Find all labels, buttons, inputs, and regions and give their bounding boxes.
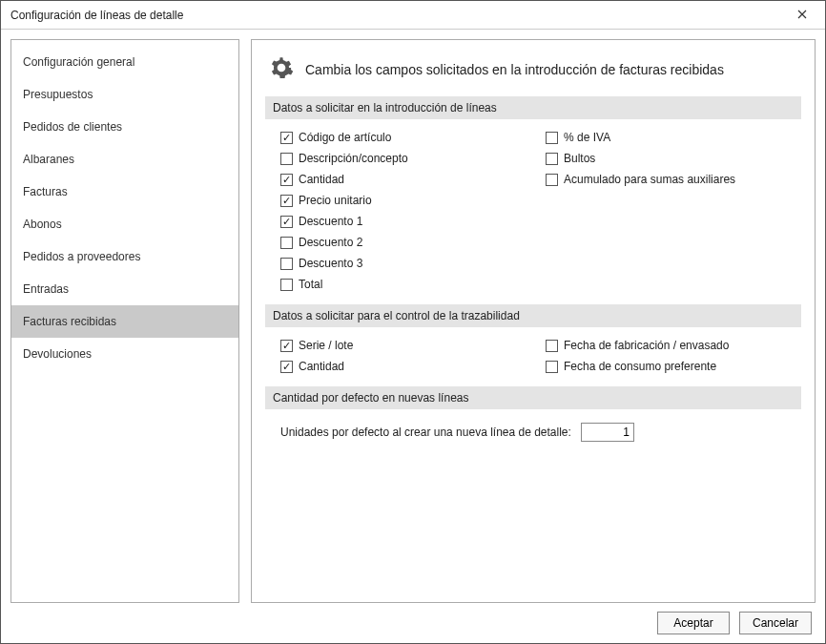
sidebar-item[interactable]: Devoluciones xyxy=(11,338,238,370)
checkbox[interactable] xyxy=(280,361,293,373)
checkbox-label: Serie / lote xyxy=(299,337,353,354)
checkbox-label: Descuento 3 xyxy=(299,255,362,272)
checkbox[interactable] xyxy=(280,174,293,186)
dialog-window: Configuración de líneas de detalle Confi… xyxy=(0,0,826,644)
checkbox-row: Serie / lote xyxy=(280,337,536,354)
sidebar-item-label: Presupuestos xyxy=(23,88,93,101)
checkbox-row: Total xyxy=(280,276,536,293)
section2-checkboxes: Serie / loteCantidad Fecha de fabricació… xyxy=(265,337,801,379)
close-icon xyxy=(797,9,807,22)
checkbox-label: Código de artículo xyxy=(299,129,391,146)
sidebar-item-label: Pedidos de clientes xyxy=(23,120,122,134)
sidebar-item[interactable]: Pedidos a proveedores xyxy=(11,240,238,273)
checkbox-row: Descripción/concepto xyxy=(280,150,536,167)
sidebar-item[interactable]: Entradas xyxy=(11,273,238,305)
sidebar-item[interactable]: Pedidos de clientes xyxy=(11,111,238,143)
checkbox-label: Acumulado para sumas auxiliares xyxy=(564,171,735,188)
sidebar-item-label: Configuración general xyxy=(23,55,134,69)
checkbox[interactable] xyxy=(546,153,558,165)
sidebar-item-label: Facturas recibidas xyxy=(23,315,116,328)
checkbox-label: Total xyxy=(299,276,322,293)
section1-checkboxes: Código de artículoDescripción/conceptoCa… xyxy=(265,129,801,297)
checkbox-row: Código de artículo xyxy=(280,129,536,146)
checkbox-row: Descuento 3 xyxy=(280,255,536,272)
checkbox-label: Cantidad xyxy=(299,358,344,375)
section-header-3: Cantidad por defecto en nuevas líneas xyxy=(265,386,801,409)
checkbox[interactable] xyxy=(546,340,558,352)
checkbox[interactable] xyxy=(546,132,558,144)
sidebar-item[interactable]: Facturas recibidas xyxy=(11,305,238,338)
close-button[interactable] xyxy=(785,4,819,27)
checkbox-row: Precio unitario xyxy=(280,192,536,209)
checkbox-label: Descuento 2 xyxy=(299,234,362,251)
sidebar-item-label: Albaranes xyxy=(23,153,74,166)
checkbox[interactable] xyxy=(280,237,293,249)
default-quantity-input[interactable] xyxy=(581,423,634,442)
checkbox-row: Descuento 2 xyxy=(280,234,536,251)
titlebar: Configuración de líneas de detalle xyxy=(1,1,825,30)
checkbox-label: Descripción/concepto xyxy=(299,150,408,167)
sidebar-item-label: Entradas xyxy=(23,282,69,296)
checkbox-label: Descuento 1 xyxy=(299,213,362,230)
checkbox-row: Descuento 1 xyxy=(280,213,536,230)
checkbox[interactable] xyxy=(280,340,293,352)
sidebar-item-label: Facturas xyxy=(23,185,68,198)
checkbox[interactable] xyxy=(546,361,558,373)
sidebar-item-label: Pedidos a proveedores xyxy=(23,250,140,263)
checkbox[interactable] xyxy=(280,195,293,207)
dialog-footer: Aceptar Cancelar xyxy=(1,603,825,643)
checkbox[interactable] xyxy=(280,279,293,291)
sidebar-item-label: Abonos xyxy=(23,218,62,231)
section-header-1: Datos a solicitar en la introducción de … xyxy=(265,96,801,119)
checkbox[interactable] xyxy=(280,258,293,270)
checkbox-row: % de IVA xyxy=(546,129,801,146)
checkbox-row: Cantidad xyxy=(280,358,536,375)
checkbox-label: Precio unitario xyxy=(299,192,372,209)
checkbox-label: % de IVA xyxy=(564,129,610,146)
checkbox-row: Bultos xyxy=(546,150,801,167)
accept-button[interactable]: Aceptar xyxy=(657,612,730,634)
page-header: Cambia los campos solicitados en la intr… xyxy=(269,55,801,83)
page-title: Cambia los campos solicitados en la intr… xyxy=(305,62,724,77)
checkbox-row: Fecha de consumo preferente xyxy=(546,358,801,375)
checkbox-row: Acumulado para sumas auxiliares xyxy=(546,171,801,188)
sidebar: Configuración generalPresupuestosPedidos… xyxy=(10,39,239,603)
cancel-button[interactable]: Cancelar xyxy=(739,612,812,634)
checkbox[interactable] xyxy=(546,174,558,186)
gear-icon xyxy=(269,55,294,83)
sidebar-item[interactable]: Albaranes xyxy=(11,143,238,176)
checkbox[interactable] xyxy=(280,153,293,165)
checkbox-row: Fecha de fabricación / envasado xyxy=(546,337,801,354)
checkbox-label: Bultos xyxy=(564,150,595,167)
sidebar-item[interactable]: Abonos xyxy=(11,208,238,240)
checkbox-label: Fecha de fabricación / envasado xyxy=(564,337,729,354)
sidebar-item-label: Devoluciones xyxy=(23,347,92,361)
default-quantity-row: Unidades por defecto al crear una nueva … xyxy=(265,419,801,446)
sidebar-item[interactable]: Presupuestos xyxy=(11,78,238,111)
window-title: Configuración de líneas de detalle xyxy=(10,9,183,22)
sidebar-item[interactable]: Facturas xyxy=(11,176,238,208)
section-header-2: Datos a solicitar para el control de la … xyxy=(265,304,801,327)
checkbox[interactable] xyxy=(280,132,293,144)
default-quantity-label: Unidades por defecto al crear una nueva … xyxy=(280,426,571,439)
dialog-body: Configuración generalPresupuestosPedidos… xyxy=(1,30,825,603)
checkbox-label: Fecha de consumo preferente xyxy=(564,358,716,375)
main-panel: Cambia los campos solicitados en la intr… xyxy=(251,39,816,603)
sidebar-item[interactable]: Configuración general xyxy=(11,46,238,78)
checkbox-row: Cantidad xyxy=(280,171,536,188)
checkbox-label: Cantidad xyxy=(299,171,344,188)
checkbox[interactable] xyxy=(280,216,293,228)
